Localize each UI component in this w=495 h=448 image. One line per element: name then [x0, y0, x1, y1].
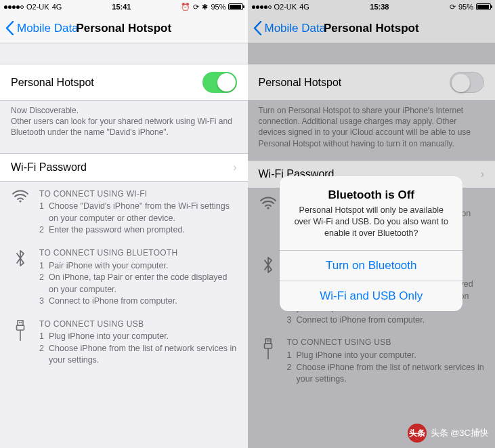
svg-rect-4: [17, 325, 24, 330]
phone-right: O2-UK 4G 15:38 ⟳ 95% Mobile Data Persona…: [248, 0, 496, 448]
bluetooth-icon: [11, 247, 30, 308]
carrier-label: O2-UK: [26, 3, 49, 11]
watermark-text: 头条 @3C捕快: [431, 427, 488, 439]
discoverable-footer: Now Discoverable. Other users can look f…: [0, 101, 248, 145]
status-bar: O2-UK 4G 15:41 ⏰ ⟳ ✱ 95%: [0, 0, 248, 14]
network-label: 4G: [52, 3, 62, 11]
nav-bar: Mobile Data Personal Hotspot: [0, 14, 248, 43]
alert-message: Personal Hotspot will only be available …: [290, 205, 452, 239]
chevron-left-icon: [5, 21, 14, 35]
back-label: Mobile Data: [17, 22, 79, 35]
hotspot-label: Personal Hotspot: [11, 77, 94, 89]
svg-rect-3: [21, 322, 22, 323]
alarm-icon: ⏰: [181, 3, 190, 12]
wifi-password-label: Wi-Fi Password: [11, 161, 87, 174]
bluetooth-instructions: TO CONNECT USING BLUETOOTH 1Pair iPhone …: [0, 241, 248, 312]
watermark: 头条 头条 @3C捕快: [408, 424, 488, 443]
bluetooth-icon: ✱: [202, 3, 208, 12]
chevron-right-icon: ›: [233, 161, 236, 174]
hotspot-toggle-row[interactable]: Personal Hotspot: [0, 64, 248, 101]
watermark-badge-icon: 头条: [408, 424, 427, 443]
back-button[interactable]: Mobile Data: [5, 21, 79, 35]
battery-percent: 95%: [211, 3, 225, 11]
battery-icon: [228, 3, 243, 10]
bluetooth-alert: Bluetooth is Off Personal Hotspot will o…: [280, 176, 462, 311]
wifi-instructions: TO CONNECT USING WI-FI 1Choose "David's …: [0, 182, 248, 241]
svg-rect-2: [19, 322, 20, 323]
signal-dots-icon: [4, 5, 24, 9]
wifi-icon: [11, 188, 30, 237]
clock: 15:41: [112, 3, 131, 11]
svg-point-0: [19, 200, 21, 202]
rotation-lock-icon: ⟳: [193, 3, 199, 12]
turn-on-bluetooth-button[interactable]: Turn on Bluetooth: [280, 250, 462, 281]
usb-icon: [11, 319, 30, 367]
svg-rect-1: [18, 321, 23, 325]
nav-title: Personal Hotspot: [76, 22, 171, 35]
alert-title: Bluetooth is Off: [290, 188, 452, 202]
wifi-usb-only-button[interactable]: Wi-Fi and USB Only: [280, 281, 462, 311]
wifi-password-row[interactable]: Wi-Fi Password ›: [0, 153, 248, 182]
phone-left: O2-UK 4G 15:41 ⏰ ⟳ ✱ 95% Mobile Data Per…: [0, 0, 248, 448]
hotspot-toggle[interactable]: [202, 72, 237, 93]
usb-instructions: TO CONNECT USING USB 1Plug iPhone into y…: [0, 312, 248, 371]
